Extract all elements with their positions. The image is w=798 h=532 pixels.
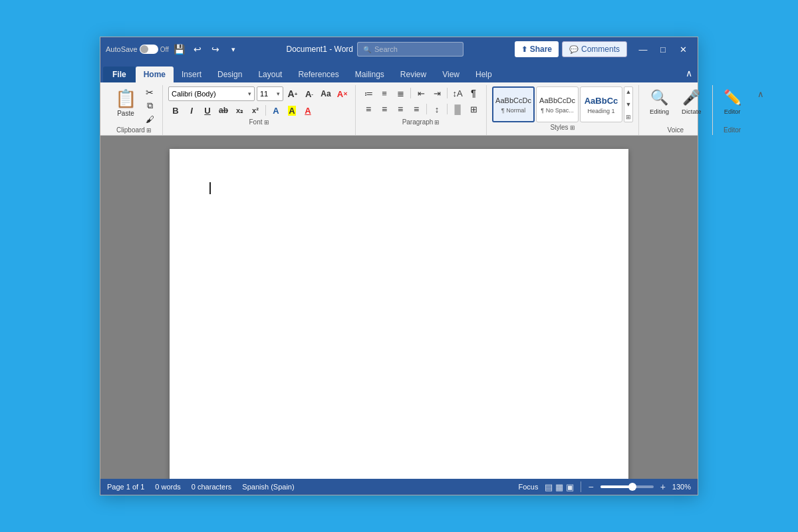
zoom-out-button[interactable]: −: [588, 481, 593, 492]
view-icon-3[interactable]: ▣: [566, 482, 574, 492]
character-count[interactable]: 0 characters: [192, 483, 232, 491]
style-heading1-name: Heading 1: [587, 108, 614, 114]
word-count[interactable]: 0 words: [155, 483, 181, 491]
zoom-slider-thumb: [628, 483, 636, 491]
multilevel-button[interactable]: ≣: [393, 86, 408, 100]
minimize-icon: —: [639, 45, 648, 55]
align-center-button[interactable]: ≡: [377, 102, 392, 116]
justify-button[interactable]: ≡: [409, 102, 424, 116]
bold-button[interactable]: B: [168, 104, 183, 117]
maximize-button[interactable]: □: [654, 40, 672, 59]
borders-button[interactable]: ⊞: [466, 102, 481, 116]
font-row: Calibri (Body) ▾ 11 ▾ A+ A- Aa: [168, 86, 350, 101]
close-button[interactable]: ✕: [674, 40, 692, 59]
sort-button[interactable]: ↕A: [450, 86, 465, 100]
redo-icon[interactable]: ↪: [208, 43, 223, 55]
paragraph-expand-icon[interactable]: ⊞: [434, 119, 440, 126]
comments-button[interactable]: 💬 Comments: [562, 41, 627, 57]
para-row-2: ≡ ≡ ≡ ≡ ↕ █ ⊞: [361, 102, 481, 116]
share-button[interactable]: ⬆ Share: [515, 41, 559, 57]
font-expand-icon[interactable]: ⊞: [264, 119, 269, 126]
language-indicator[interactable]: Spanish (Spain): [242, 483, 294, 491]
font-color-button[interactable]: A: [301, 104, 315, 117]
show-formatting-button[interactable]: ¶: [466, 86, 481, 100]
view-icons: ▤ ▦ ▣: [545, 482, 574, 492]
dictate-button[interactable]: 🎤 Dictate: [676, 86, 707, 118]
ribbon-collapse-icon[interactable]: ∧: [753, 88, 768, 100]
tab-help[interactable]: Help: [467, 66, 500, 82]
focus-button[interactable]: Focus: [519, 483, 539, 491]
font-size-dropdown-icon[interactable]: ▾: [277, 90, 280, 97]
style-heading1[interactable]: AaBbCc Heading 1: [580, 86, 622, 122]
save-icon[interactable]: 💾: [172, 43, 187, 55]
tab-view[interactable]: View: [434, 66, 467, 82]
undo-icon[interactable]: ↩: [190, 43, 205, 55]
tab-references[interactable]: References: [290, 66, 346, 82]
editor-button[interactable]: ✏️ Editor: [718, 86, 747, 118]
tab-layout[interactable]: Layout: [250, 66, 290, 82]
styles-scroll[interactable]: ▲ ▼ ⊞: [624, 86, 633, 122]
zoom-slider[interactable]: [600, 485, 654, 488]
strikethrough-button[interactable]: ab: [216, 104, 231, 117]
word-window: AutoSave Off 💾 ↩ ↪ ▾ Document1 - Word 🔍 …: [100, 37, 698, 495]
document-page[interactable]: [170, 149, 628, 479]
style-normal-name: ¶ Normal: [501, 107, 525, 114]
decrease-indent-button[interactable]: ⇤: [414, 86, 428, 100]
shading-button[interactable]: █: [450, 102, 465, 116]
collapse-ribbon-button[interactable]: ∧: [683, 68, 695, 82]
page-count[interactable]: Page 1 of 1: [107, 483, 144, 491]
italic-button[interactable]: I: [184, 104, 199, 117]
style-no-space-preview: AaBbCcDc: [539, 96, 575, 105]
view-icon-2[interactable]: ▦: [555, 482, 563, 492]
zoom-in-button[interactable]: +: [660, 481, 666, 492]
subscript-button[interactable]: x₂: [232, 104, 247, 117]
comments-icon: 💬: [569, 45, 579, 54]
tab-review[interactable]: Review: [392, 66, 434, 82]
paste-button[interactable]: 📋 Paste: [111, 86, 140, 119]
editor-label: Editor: [718, 126, 747, 134]
styles-expand-icon[interactable]: ⊞: [570, 124, 575, 131]
font-name-dropdown-icon[interactable]: ▾: [248, 90, 251, 97]
top-right-buttons: ⬆ Share 💬 Comments: [509, 39, 632, 59]
numbering-button[interactable]: ≡: [377, 86, 392, 100]
maximize-icon: □: [660, 45, 666, 55]
align-right-button[interactable]: ≡: [393, 102, 408, 116]
align-left-button[interactable]: ≡: [361, 102, 376, 116]
highlight-button[interactable]: A: [285, 104, 299, 117]
status-right: Focus ▤ ▦ ▣ − + 130%: [519, 481, 691, 492]
bullets-button[interactable]: ≔: [361, 86, 376, 100]
format-painter-button[interactable]: 🖌: [142, 113, 157, 125]
autosave-toggle[interactable]: [140, 45, 158, 54]
increase-indent-button[interactable]: ⇥: [430, 86, 444, 100]
style-heading1-preview: AaBbCc: [585, 96, 618, 106]
search-box[interactable]: 🔍 Search: [357, 42, 464, 57]
underline-button[interactable]: U: [200, 104, 215, 117]
voice-label: Voice: [644, 126, 707, 134]
tab-mailings[interactable]: Mailings: [347, 66, 392, 82]
change-case-button[interactable]: Aa: [319, 87, 333, 100]
view-icon-1[interactable]: ▤: [545, 482, 553, 492]
styles-group: AaBbCcDc ¶ Normal AaBbCcDc ¶ No Spac... …: [487, 85, 639, 135]
copy-button[interactable]: ⧉: [142, 100, 157, 112]
styles-gallery: AaBbCcDc ¶ Normal AaBbCcDc ¶ No Spac... …: [492, 86, 633, 122]
cut-button[interactable]: ✂: [142, 86, 157, 98]
grow-font-button[interactable]: A+: [285, 87, 300, 100]
tab-insert[interactable]: Insert: [174, 66, 209, 82]
customize-qat-icon[interactable]: ▾: [226, 43, 241, 55]
style-normal[interactable]: AaBbCcDc ¶ Normal: [492, 86, 535, 122]
line-spacing-button[interactable]: ↕: [430, 102, 444, 116]
shrink-font-button[interactable]: A-: [302, 87, 317, 100]
clipboard-expand-icon[interactable]: ⊞: [146, 127, 152, 134]
tab-file[interactable]: File: [103, 66, 136, 82]
font-size-selector[interactable]: 11 ▾: [257, 86, 283, 101]
tab-design[interactable]: Design: [209, 66, 250, 82]
style-no-space[interactable]: AaBbCcDc ¶ No Spac...: [536, 86, 579, 122]
zoom-level[interactable]: 130%: [672, 483, 691, 491]
superscript-button[interactable]: x²: [248, 104, 263, 117]
minimize-button[interactable]: —: [634, 40, 652, 59]
font-name-selector[interactable]: Calibri (Body) ▾: [168, 86, 255, 101]
tab-home[interactable]: Home: [136, 66, 174, 82]
clear-format-button[interactable]: A✕: [335, 87, 350, 100]
editing-button[interactable]: 🔍 Editing: [644, 86, 674, 118]
text-effects-button[interactable]: A: [269, 104, 283, 117]
